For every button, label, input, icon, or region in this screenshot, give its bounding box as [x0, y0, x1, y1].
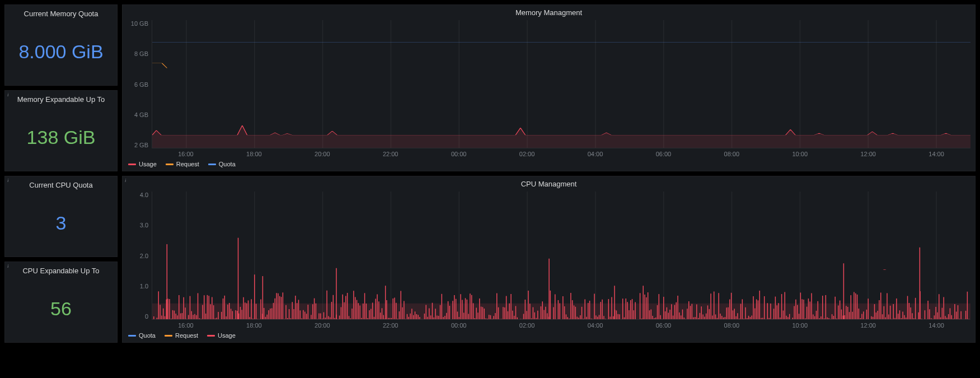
legend-label: Usage — [139, 161, 157, 167]
y-tick: 2 GB — [127, 142, 148, 148]
x-tick: 02:00 — [493, 322, 561, 329]
legend-label: Usage — [218, 332, 236, 339]
y-tick: 0 — [127, 313, 148, 320]
x-tick: 00:00 — [425, 151, 493, 157]
x-tick: 06:00 — [629, 322, 697, 329]
legend-item-request[interactable]: Request — [165, 332, 198, 339]
x-tick: 12:00 — [834, 322, 902, 329]
x-tick: 04:00 — [561, 322, 630, 329]
y-axis: 4.03.02.01.00 — [127, 192, 152, 320]
legend-label: Quota — [139, 332, 156, 339]
chart-body: 4.03.02.01.00 — [123, 189, 975, 320]
legend-item-request[interactable]: Request — [166, 161, 199, 167]
x-tick: 18:00 — [220, 151, 288, 157]
x-tick: 00:00 — [425, 322, 493, 329]
y-tick: 4.0 — [127, 192, 148, 198]
x-tick: 20:00 — [288, 151, 357, 157]
stat-value: 138 GiB — [5, 104, 117, 171]
y-tick: 1.0 — [127, 283, 148, 290]
panel-cpu-management[interactable]: i CPU Managment 4.03.02.01.00 16:0018:00… — [122, 176, 976, 343]
panel-cpu-expandable[interactable]: i CPU Expandable Up To 56 — [4, 262, 118, 343]
stat-title: Memory Expandable Up To — [5, 91, 117, 104]
legend-swatch — [128, 335, 136, 337]
x-axis: 16:0018:0020:0022:0000:0002:0004:0006:00… — [123, 320, 975, 329]
stat-title: Current CPU Quota — [5, 176, 117, 189]
stat-value: 56 — [5, 275, 117, 342]
x-tick: 16:00 — [152, 322, 220, 329]
stat-title: Current Memory Quota — [5, 5, 117, 18]
chart-title: Memory Managment — [123, 5, 975, 18]
x-tick: 08:00 — [697, 322, 766, 329]
x-tick: 12:00 — [834, 151, 902, 157]
legend-swatch — [208, 164, 216, 165]
stat-value: 8.000 GiB — [5, 18, 117, 85]
legend-item-quota[interactable]: Quota — [208, 161, 236, 167]
panel-memory-management[interactable]: Memory Managment 10 GB8 GB6 GB4 GB2 GB 1… — [122, 4, 976, 171]
stat-title: CPU Expandable Up To — [5, 262, 117, 275]
legend-swatch — [207, 335, 215, 337]
x-tick: 14:00 — [902, 322, 970, 329]
panel-current-cpu-quota[interactable]: i Current CPU Quota 3 — [4, 176, 118, 257]
y-tick: 4 GB — [127, 111, 148, 118]
legend-item-usage[interactable]: Usage — [207, 332, 236, 339]
x-tick: 02:00 — [493, 151, 561, 157]
x-tick: 10:00 — [766, 322, 834, 329]
chart-plot[interactable] — [152, 192, 970, 320]
y-tick: 8 GB — [127, 50, 148, 57]
legend-swatch — [166, 164, 174, 165]
legend-item-usage[interactable]: Usage — [128, 161, 157, 167]
legend-label: Request — [176, 161, 199, 167]
x-tick: 04:00 — [561, 151, 630, 157]
x-tick: 22:00 — [357, 151, 425, 157]
x-tick: 18:00 — [220, 322, 288, 329]
x-tick: 08:00 — [697, 151, 766, 157]
x-tick: 14:00 — [902, 151, 970, 157]
chart-body: 10 GB8 GB6 GB4 GB2 GB — [123, 18, 975, 148]
stat-value: 3 — [5, 189, 117, 256]
y-tick: 3.0 — [127, 222, 148, 228]
y-tick: 2.0 — [127, 253, 148, 259]
info-icon[interactable]: i — [7, 263, 9, 269]
x-axis: 16:0018:0020:0022:0000:0002:0004:0006:00… — [123, 148, 975, 157]
legend-swatch — [165, 335, 172, 337]
chart-legend: UsageRequestQuota — [123, 157, 975, 171]
x-tick: 16:00 — [152, 151, 220, 157]
chart-legend: QuotaRequestUsage — [123, 329, 975, 342]
legend-label: Quota — [219, 161, 236, 167]
chart-plot[interactable] — [152, 20, 970, 148]
x-tick: 20:00 — [288, 322, 357, 329]
x-tick: 10:00 — [766, 151, 834, 157]
chart-title: CPU Managment — [123, 176, 975, 189]
y-tick: 6 GB — [127, 81, 148, 88]
y-axis: 10 GB8 GB6 GB4 GB2 GB — [127, 20, 152, 148]
svg-rect-569 — [152, 304, 970, 319]
info-icon[interactable]: i — [125, 178, 126, 183]
panel-current-memory-quota[interactable]: Current Memory Quota 8.000 GiB — [4, 4, 118, 86]
info-icon[interactable]: i — [7, 178, 9, 183]
x-tick: 22:00 — [357, 322, 425, 329]
y-tick: 10 GB — [127, 20, 148, 27]
info-icon[interactable]: i — [7, 92, 9, 97]
legend-item-quota[interactable]: Quota — [128, 332, 156, 339]
legend-label: Request — [175, 332, 198, 339]
panel-memory-expandable[interactable]: i Memory Expandable Up To 138 GiB — [4, 90, 118, 171]
svg-point-568 — [883, 269, 887, 270]
dashboard-grid: Current Memory Quota 8.000 GiB Memory Ma… — [0, 0, 980, 378]
x-tick: 06:00 — [629, 151, 697, 157]
legend-swatch — [128, 164, 136, 165]
